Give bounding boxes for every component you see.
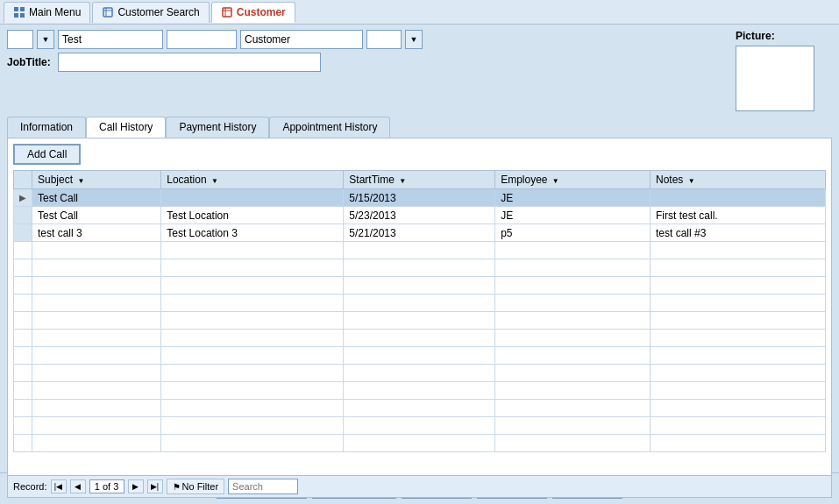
- empty-cell: [32, 277, 161, 295]
- filter-icon: ⚑: [173, 482, 181, 492]
- tab-appointment-history[interactable]: Appointment History: [269, 117, 390, 138]
- empty-cell: [14, 259, 32, 277]
- cell-employee: JE: [495, 189, 651, 207]
- col-notes[interactable]: Notes ▼: [651, 171, 826, 189]
- empty-cell: [495, 365, 651, 382]
- empty-cell: [495, 347, 651, 365]
- empty-cell: [495, 277, 651, 295]
- table-row[interactable]: test call 3Test Location 35/21/2013p5tes…: [14, 224, 826, 242]
- empty-cell: [495, 435, 651, 452]
- empty-cell: [161, 259, 344, 277]
- cell-start_time: 5/21/2013: [344, 224, 495, 242]
- table-header-row: Subject ▼ Location ▼ StartTime ▼ Employe…: [14, 171, 826, 189]
- empty-cell: [14, 312, 32, 330]
- starttime-sort-icon: ▼: [399, 177, 406, 185]
- picture-label: Picture:: [736, 30, 775, 42]
- empty-row: [14, 259, 826, 277]
- empty-cell: [344, 277, 495, 295]
- picture-area: Picture:: [736, 30, 832, 111]
- empty-cell: [32, 417, 161, 435]
- nav-next-button[interactable]: ▶: [128, 479, 144, 493]
- tab-main-menu[interactable]: Main Menu: [4, 2, 90, 23]
- svg-rect-7: [223, 8, 231, 17]
- empty-row: [14, 295, 826, 312]
- record-number-input[interactable]: [89, 479, 124, 493]
- prefix-dropdown[interactable]: ▼: [37, 30, 54, 49]
- empty-row: [14, 417, 826, 435]
- empty-cell: [32, 242, 161, 259]
- empty-cell: [344, 347, 495, 365]
- empty-cell: [651, 330, 826, 347]
- tab-customer-search-label: Customer Search: [117, 6, 199, 18]
- empty-cell: [344, 435, 495, 452]
- tab-customer[interactable]: Customer: [211, 2, 295, 23]
- empty-row: [14, 330, 826, 347]
- location-sort-icon: ▼: [211, 177, 218, 185]
- empty-cell: [14, 277, 32, 295]
- row-indicator: [14, 224, 32, 242]
- row-indicator-header: [14, 171, 32, 189]
- empty-cell: [14, 365, 32, 382]
- cell-subject: Test Call: [32, 189, 161, 207]
- empty-cell: [344, 242, 495, 259]
- empty-row: [14, 365, 826, 382]
- empty-row: [14, 400, 826, 417]
- nav-last-button[interactable]: ▶|: [147, 479, 163, 493]
- tab-customer-search[interactable]: Customer Search: [92, 2, 209, 23]
- suffix-dropdown[interactable]: ▼: [405, 30, 423, 49]
- empty-cell: [14, 347, 32, 365]
- empty-cell: [651, 435, 826, 452]
- search-input[interactable]: [228, 479, 298, 494]
- jobtitle-input[interactable]: [58, 53, 321, 72]
- table-row[interactable]: ▶Test Call5/15/2013JE: [14, 189, 826, 207]
- cell-notes: First test call.: [651, 207, 826, 224]
- empty-cell: [495, 382, 651, 400]
- customer-type-input[interactable]: [240, 30, 363, 49]
- first-name-input[interactable]: [58, 30, 163, 49]
- empty-cell: [14, 242, 32, 259]
- row-indicator: [14, 207, 32, 224]
- empty-cell: [32, 382, 161, 400]
- empty-cell: [161, 382, 344, 400]
- suffix-input[interactable]: [366, 30, 402, 49]
- cell-employee: p5: [495, 224, 651, 242]
- cell-employee: JE: [495, 207, 651, 224]
- svg-rect-0: [14, 7, 18, 11]
- col-location[interactable]: Location ▼: [161, 171, 344, 189]
- nav-prev-button[interactable]: ◀: [70, 479, 86, 493]
- empty-cell: [344, 295, 495, 312]
- empty-cell: [32, 330, 161, 347]
- empty-cell: [32, 435, 161, 452]
- name-row: ▼ ▼: [7, 30, 730, 49]
- cell-notes: test call #3: [651, 224, 826, 242]
- tab-payment-history[interactable]: Payment History: [166, 117, 269, 138]
- empty-cell: [344, 312, 495, 330]
- col-starttime[interactable]: StartTime ▼: [344, 171, 495, 189]
- empty-cell: [344, 382, 495, 400]
- empty-cell: [495, 242, 651, 259]
- empty-cell: [14, 400, 32, 417]
- empty-cell: [651, 400, 826, 417]
- add-call-button[interactable]: Add Call: [13, 144, 81, 165]
- cell-start_time: 5/23/2013: [344, 207, 495, 224]
- empty-cell: [651, 347, 826, 365]
- table-row[interactable]: Test CallTest Location5/23/2013JEFirst t…: [14, 207, 826, 224]
- col-employee[interactable]: Employee ▼: [495, 171, 651, 189]
- svg-rect-2: [14, 13, 18, 18]
- employee-sort-icon: ▼: [552, 177, 559, 185]
- tab-call-history[interactable]: Call History: [86, 117, 166, 138]
- no-filter-button[interactable]: ⚑ No Filter: [167, 479, 225, 494]
- empty-cell: [344, 400, 495, 417]
- nav-first-button[interactable]: |◀: [51, 479, 67, 493]
- main-content: ▼ ▼ JobTitle: Picture: Information Call …: [0, 25, 839, 472]
- prefix-input[interactable]: [7, 30, 33, 49]
- col-subject[interactable]: Subject ▼: [32, 171, 161, 189]
- tab-information[interactable]: Information: [7, 117, 86, 138]
- empty-row: [14, 312, 826, 330]
- empty-row: [14, 347, 826, 365]
- cell-subject: Test Call: [32, 207, 161, 224]
- empty-cell: [14, 435, 32, 452]
- cell-notes: [651, 189, 826, 207]
- middle-name-input[interactable]: [167, 30, 237, 49]
- empty-cell: [344, 259, 495, 277]
